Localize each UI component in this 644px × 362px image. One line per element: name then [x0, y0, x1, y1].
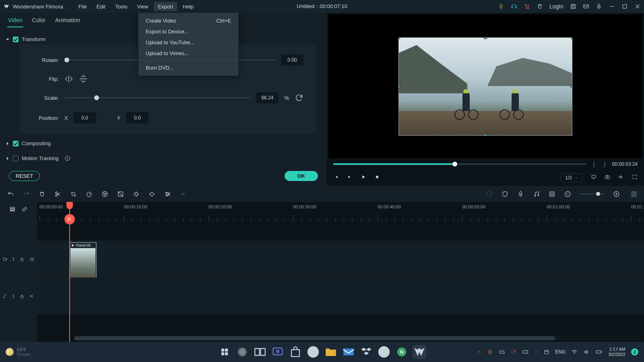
- clock[interactable]: 1:17 AM3/2/2022: [608, 347, 625, 357]
- info-icon[interactable]: [64, 155, 70, 161]
- edge-icon[interactable]: [306, 345, 320, 359]
- menu-file[interactable]: File: [74, 2, 91, 11]
- flip-horizontal-icon[interactable]: [64, 74, 73, 83]
- mark-out-icon[interactable]: }: [601, 161, 608, 167]
- battery-icon[interactable]: [595, 348, 603, 356]
- chrome-icon[interactable]: [377, 345, 391, 359]
- menu-help[interactable]: Help: [179, 2, 198, 11]
- resize-handle[interactable]: [571, 37, 572, 39]
- playhead[interactable]: [69, 202, 70, 342]
- speed-icon[interactable]: [86, 191, 93, 197]
- video-track[interactable]: Travel 05: [37, 241, 644, 278]
- start-icon[interactable]: [218, 345, 231, 359]
- progress-bar[interactable]: [333, 163, 586, 165]
- voiceover-icon[interactable]: [517, 191, 524, 197]
- weather-widget[interactable]: 63°FSmoke: [6, 347, 31, 357]
- audio-edit-icon[interactable]: [180, 191, 187, 197]
- export-to-device[interactable]: Export to Device...: [138, 26, 238, 37]
- tray-chevron-icon[interactable]: [477, 350, 482, 354]
- mail-icon[interactable]: [583, 3, 589, 10]
- compositing-checkbox[interactable]: [13, 141, 19, 146]
- shield-icon[interactable]: [502, 191, 508, 197]
- tips-icon[interactable]: [498, 3, 504, 10]
- menu-view[interactable]: View: [133, 2, 152, 11]
- split-icon[interactable]: [54, 191, 61, 197]
- scale-value[interactable]: 66.24: [256, 92, 279, 103]
- login-link[interactable]: LogIn: [549, 3, 564, 10]
- export-vimeo[interactable]: Upload to Vimeo...: [138, 48, 238, 59]
- explorer-icon[interactable]: [324, 345, 338, 359]
- cart-icon[interactable]: [524, 3, 530, 10]
- reset-button[interactable]: RESET: [9, 171, 40, 181]
- store-icon[interactable]: [289, 345, 302, 359]
- time-ruler[interactable]: 00:00:00:0000:00:10:0000:00:20:0000:00:3…: [37, 202, 644, 221]
- playhead-cap[interactable]: [66, 202, 73, 209]
- support-icon[interactable]: [511, 3, 517, 10]
- lock-icon[interactable]: [19, 294, 25, 299]
- display-icon[interactable]: [591, 174, 597, 181]
- resize-handle[interactable]: [484, 134, 487, 136]
- tracks-area[interactable]: 00:00:00:0000:00:10:0000:00:20:0000:00:3…: [37, 202, 644, 342]
- onedrive-icon[interactable]: [499, 349, 505, 355]
- close-icon[interactable]: [634, 3, 641, 10]
- lock-icon[interactable]: [19, 257, 25, 262]
- pos-x-value[interactable]: 0.0: [74, 112, 96, 123]
- green-screen-icon[interactable]: [117, 191, 124, 197]
- timeline-scrollbar[interactable]: [74, 336, 640, 340]
- ok-button[interactable]: OK: [285, 171, 318, 181]
- render-icon[interactable]: [486, 191, 493, 197]
- audio-track-header[interactable]: 1: [0, 278, 37, 315]
- volume-tray-icon[interactable]: [583, 349, 590, 355]
- wifi-icon[interactable]: [571, 349, 578, 355]
- mark-in-icon[interactable]: {: [590, 161, 597, 167]
- resize-handle[interactable]: [398, 37, 400, 39]
- minimize-icon[interactable]: [609, 3, 615, 10]
- taskview-icon[interactable]: [253, 345, 267, 359]
- menu-tools[interactable]: Tools: [111, 2, 131, 11]
- chat-icon[interactable]: [271, 345, 285, 359]
- prev-frame-icon[interactable]: [333, 174, 339, 181]
- redo-icon[interactable]: [23, 191, 30, 197]
- export-create-video[interactable]: Create VideoCtrl+E: [138, 15, 238, 26]
- zoom-fit-icon[interactable]: [631, 191, 637, 197]
- section-compositing-head[interactable]: Compositing: [6, 138, 316, 149]
- manage-tracks-icon[interactable]: [9, 206, 16, 212]
- transform-checkbox[interactable]: [13, 37, 19, 42]
- dropbox-icon[interactable]: [359, 345, 373, 359]
- export-burn-dvd[interactable]: Burn DVD...: [138, 62, 238, 73]
- eye-icon[interactable]: [29, 257, 35, 262]
- tab-animation[interactable]: Animation: [54, 17, 81, 27]
- marker-icon[interactable]: [133, 191, 140, 197]
- zoom-in-icon[interactable]: [613, 191, 620, 197]
- menu-edit[interactable]: Edit: [93, 2, 109, 11]
- app-icon[interactable]: N: [395, 345, 409, 359]
- zoom-slider[interactable]: [580, 193, 604, 194]
- mail-app-icon[interactable]: [342, 345, 355, 359]
- audio-track[interactable]: [37, 278, 644, 315]
- volume-icon[interactable]: [618, 174, 624, 181]
- video-track-header[interactable]: 1: [0, 241, 37, 278]
- filmora-taskbar-icon[interactable]: [413, 345, 426, 359]
- resize-handle[interactable]: [484, 37, 487, 39]
- preview-canvas[interactable]: [328, 14, 642, 158]
- music-icon[interactable]: [533, 191, 540, 197]
- play-icon[interactable]: [361, 174, 366, 181]
- export-youtube[interactable]: Upload to YouTube...: [138, 37, 238, 48]
- maximize-icon[interactable]: [621, 3, 628, 10]
- date-icon[interactable]: [544, 349, 549, 355]
- link-icon[interactable]: [21, 206, 28, 212]
- trash-icon[interactable]: [537, 3, 543, 10]
- tray-icon[interactable]: [487, 349, 493, 355]
- section-motion-head[interactable]: Motion Tracking: [6, 153, 316, 164]
- keyboard-icon[interactable]: [522, 349, 528, 355]
- notification-badge[interactable]: 2: [631, 348, 638, 356]
- resize-handle[interactable]: [398, 134, 400, 136]
- scale-slider[interactable]: [64, 97, 250, 98]
- motion-checkbox[interactable]: [13, 156, 19, 161]
- mute-icon[interactable]: [29, 294, 35, 299]
- settings-icon[interactable]: [164, 191, 171, 197]
- search-icon[interactable]: [235, 345, 249, 359]
- flip-vertical-icon[interactable]: [79, 74, 88, 83]
- keyframe-icon[interactable]: [149, 191, 155, 197]
- crop-icon[interactable]: [70, 191, 77, 197]
